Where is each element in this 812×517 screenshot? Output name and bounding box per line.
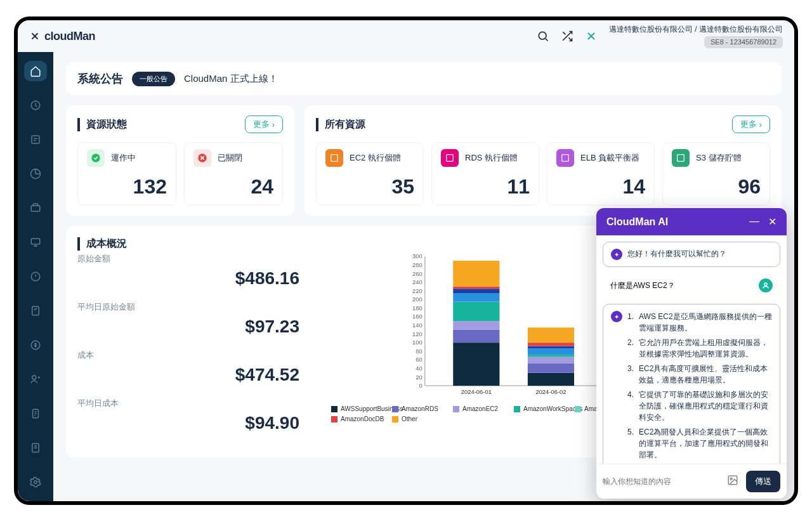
resource-value: 96: [672, 175, 761, 199]
resource-icon: [441, 149, 459, 167]
svg-text:180: 180: [412, 304, 422, 311]
resource-card[interactable]: ELB 負載平衡器 14: [547, 142, 655, 206]
resource-label: RDS 執行個體: [465, 152, 518, 164]
svg-rect-48: [528, 355, 574, 357]
ai-avatar-icon: ✦: [611, 311, 622, 322]
sidebar-alerts[interactable]: [24, 266, 47, 287]
brand-text: cloudMan: [44, 30, 95, 43]
sidebar-monitor[interactable]: [24, 232, 47, 252]
ai-title: CloudMan AI: [606, 216, 668, 228]
resource-label: ELB 負載平衡器: [580, 152, 639, 164]
resource-label: S3 儲存貯體: [696, 152, 742, 164]
ai-answer-item: EC2為開發人員和企業提供了一個高效的運算平台，加速了應用程式的開發和部署。: [627, 426, 772, 461]
resource-card[interactable]: EC2 執行個體 35: [316, 142, 424, 206]
ai-answer-msg: ✦ AWS EC2是亞馬遜網路服務提供的一種雲端運算服務。它允許用戶在雲端上租用…: [603, 304, 780, 464]
minimize-icon[interactable]: —: [749, 216, 759, 228]
status-label: 運作中: [111, 152, 136, 164]
ai-greeting-msg: ✦ 您好！有什麼我可以幫忙的？: [603, 242, 780, 267]
sidebar-users[interactable]: [24, 369, 47, 389]
status-panel: 資源狀態 更多› 運作中 132 已關閉 24: [66, 105, 294, 216]
cost-item: 平均日成本 $94.90: [77, 398, 299, 433]
brand-icon[interactable]: [585, 30, 598, 43]
svg-rect-3: [31, 206, 40, 211]
sidebar-reports[interactable]: [24, 403, 47, 424]
svg-rect-14: [331, 155, 338, 162]
sidebar-home[interactable]: [24, 61, 47, 81]
shuffle-icon[interactable]: [561, 30, 573, 43]
svg-text:2024-06-02: 2024-06-02: [535, 388, 566, 395]
svg-text:300: 300: [412, 253, 422, 259]
cost-label: 平均日成本: [77, 398, 299, 409]
ai-answer-item: EC2具有高度可擴展性、靈活性和成本效益，適應各種應用場景。: [627, 363, 772, 386]
legend-item: AmazonRDS: [392, 405, 444, 413]
ai-avatar-icon: ✦: [611, 249, 622, 260]
resources-more-button[interactable]: 更多›: [732, 115, 770, 133]
legend-item: AWSSupportBusiness: [331, 405, 383, 413]
status-more-button[interactable]: 更多›: [245, 115, 283, 133]
cost-item: 成本 $474.52: [77, 350, 299, 385]
legend-item: Other: [392, 416, 444, 423]
cost-item: 原始金額 $486.16: [77, 253, 299, 289]
cost-panel-title: 成本概況: [77, 237, 127, 251]
sidebar-cost[interactable]: [24, 335, 47, 355]
svg-rect-16: [562, 155, 569, 162]
resource-icon: [556, 149, 574, 167]
svg-rect-6: [32, 306, 39, 315]
svg-rect-50: [528, 346, 574, 348]
announce-heading: 系統公告: [77, 71, 123, 86]
svg-text:2024-06-01: 2024-06-01: [461, 388, 492, 395]
svg-rect-2: [32, 136, 39, 143]
svg-rect-52: [528, 327, 574, 343]
status-icon: [193, 149, 211, 167]
cost-value: $94.90: [77, 413, 299, 433]
svg-text:240: 240: [412, 278, 422, 285]
sidebar-billing[interactable]: [24, 129, 47, 150]
sidebar-analytics[interactable]: [24, 164, 47, 184]
status-card[interactable]: 已關閉 24: [184, 142, 283, 206]
legend-item: AmazonEC2: [453, 405, 505, 413]
search-icon[interactable]: [537, 30, 549, 43]
logo: cloudMan: [29, 30, 95, 43]
svg-point-62: [764, 283, 767, 285]
svg-rect-45: [528, 373, 574, 386]
resources-panel: 所有資源 更多› EC2 執行個體 35 RDS 執行個體 11: [304, 105, 782, 216]
svg-rect-43: [453, 261, 499, 287]
sidebar-settings[interactable]: [24, 472, 47, 492]
sidebar-resources[interactable]: [24, 198, 47, 218]
resource-icon: [325, 149, 343, 167]
status-card[interactable]: 運作中 132: [77, 142, 176, 206]
sidebar-docs[interactable]: [24, 438, 47, 458]
svg-text:220: 220: [412, 287, 422, 294]
svg-text:20: 20: [416, 374, 422, 381]
svg-text:40: 40: [416, 365, 422, 372]
account-badge: SE8 - 123456789012: [704, 36, 783, 48]
sidebar-dashboard[interactable]: [24, 95, 47, 115]
status-value: 132: [87, 175, 167, 199]
cost-label: 原始金額: [77, 253, 299, 265]
svg-text:280: 280: [412, 261, 422, 268]
resource-card[interactable]: RDS 執行個體 11: [431, 142, 539, 206]
ai-send-button[interactable]: 傳送: [746, 471, 780, 492]
account-info: 邁達特數位股份有限公司 / 邁達特數位股份有限公司 SE8 - 12345678…: [609, 24, 783, 48]
ai-input[interactable]: [603, 477, 722, 486]
resource-card[interactable]: S3 儲存貯體 96: [662, 142, 770, 206]
svg-text:80: 80: [416, 348, 422, 355]
announce-text: CloudMan 正式上線！: [184, 73, 278, 85]
image-icon[interactable]: [727, 474, 741, 488]
svg-rect-38: [453, 321, 499, 330]
resource-value: 11: [441, 175, 530, 199]
announcement-bar: 系統公告 一般公告 CloudMan 正式上線！: [66, 62, 782, 95]
sidebar-security[interactable]: [24, 301, 47, 321]
ai-chat-panel: CloudMan AI — ✕ ✦ 您好！有什麼我可以幫忙的？ 什麼是AWS E…: [596, 208, 787, 499]
cost-value: $474.52: [77, 365, 299, 385]
close-icon[interactable]: ✕: [768, 216, 776, 228]
ai-answer-item: AWS EC2是亞馬遜網路服務提供的一種雲端運算服務。: [627, 311, 772, 334]
svg-rect-46: [528, 363, 574, 373]
svg-point-11: [34, 481, 37, 484]
resource-label: EC2 執行個體: [350, 152, 401, 164]
resources-panel-title: 所有資源: [316, 118, 365, 131]
ai-answer-item: 它提供了可靠的基礎設施和多層次的安全防護，確保應用程式的穩定運行和資料安全。: [627, 389, 772, 423]
ai-answer-item: 它允許用戶在雲端上租用虛擬伺服器，並根據需求彈性地調整運算資源。: [627, 337, 772, 360]
cost-item: 平均日原始金額 $97.23: [77, 301, 299, 337]
status-label: 已關閉: [218, 152, 242, 164]
